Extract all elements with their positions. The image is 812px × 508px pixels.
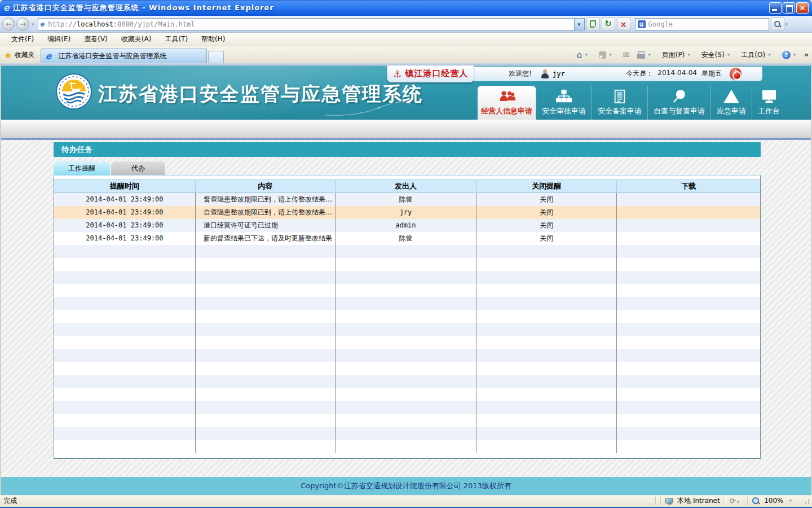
logout-power-button[interactable]: [730, 68, 742, 80]
empty-cell: [335, 427, 476, 440]
history-dropdown-icon[interactable]: ▾: [32, 21, 34, 27]
home-dropdown-icon: ▾: [585, 52, 588, 58]
menu-view[interactable]: 查看(V): [77, 33, 114, 46]
task-table: 提醒时间 内容 发出人 关闭提醒 下载 2014-04-01 23:49:00 …: [54, 179, 760, 453]
url-dropdown-button[interactable]: ▾: [575, 18, 585, 30]
url-input[interactable]: e http://localhost:8080/yjpt/Main.html: [38, 18, 575, 30]
empty-cell: [195, 388, 335, 401]
page-favicon: e: [41, 20, 45, 28]
nav-operator-info[interactable]: 经营人信息申请: [478, 86, 536, 120]
org-chart-icon: [555, 89, 572, 104]
close-link[interactable]: 关闭: [476, 232, 617, 245]
empty-cell: [617, 271, 760, 284]
col-close-remind: 关闭提醒: [476, 180, 617, 193]
overflow-chevron-icon[interactable]: »: [804, 51, 809, 59]
empty-cell: [335, 297, 476, 310]
nav-safety-filing[interactable]: 安全备案申请: [592, 86, 647, 120]
nav-label: 经营人信息申请: [481, 106, 532, 116]
empty-cell: [195, 349, 335, 362]
nav-self-inspection[interactable]: 自查与督查申请: [647, 86, 710, 120]
table-empty-row: [54, 401, 760, 414]
copyright-text: Copyright©江苏省交通规划设计院股份有限公司 2013版权所有: [301, 481, 511, 491]
menu-bar: 文件(F) 编辑(E) 查看(V) 收藏夹(A) 工具(T) 帮助(H): [0, 33, 812, 46]
zoom-dropdown-icon[interactable]: ▾: [789, 498, 792, 503]
col-download: 下载: [617, 180, 760, 193]
menu-tools[interactable]: 工具(T): [158, 33, 195, 46]
search-options-icon[interactable]: ▾: [785, 21, 788, 27]
print-button[interactable]: ▾: [634, 50, 657, 60]
empty-cell: [54, 349, 195, 362]
username: jyr: [553, 70, 565, 78]
rss-button[interactable]: ▾: [596, 50, 618, 60]
zoom-level[interactable]: 100%: [764, 497, 783, 505]
tools-dropdown-icon: ▾: [768, 52, 771, 58]
compatibility-view-button[interactable]: [586, 17, 600, 30]
empty-cell: [335, 245, 476, 258]
empty-cell: [54, 440, 195, 453]
protected-mode-icon: ⟳: [730, 497, 736, 505]
close-link[interactable]: 关闭: [476, 193, 617, 206]
empty-cell: [335, 362, 476, 375]
url-domain: localhost: [77, 20, 113, 28]
tools-menu-button[interactable]: 工具(O)▾: [738, 49, 776, 61]
empty-cell: [54, 258, 195, 271]
col-remind-time: 提醒时间: [54, 180, 195, 193]
refresh-button[interactable]: ↻: [602, 17, 615, 30]
safety-dropdown-icon: ▾: [727, 52, 730, 58]
close-link[interactable]: 关闭: [476, 206, 617, 219]
safety-menu-button[interactable]: 安全(S)▾: [699, 49, 736, 61]
nav-emergency[interactable]: 应急申请: [710, 86, 752, 120]
tab-work-reminder[interactable]: 工作提醒: [54, 161, 110, 175]
cell-content: 新的督查结果已下达，请及时更新整改结果: [195, 232, 335, 245]
refresh-icon: ↻: [604, 20, 612, 28]
nav-workbench[interactable]: 工作台: [752, 86, 785, 120]
empty-cell: [195, 258, 335, 271]
empty-cell: [335, 336, 476, 349]
nav-label: 工作台: [758, 106, 780, 116]
protected-mode-button[interactable]: ⟳▾: [730, 497, 743, 505]
empty-cell: [195, 271, 335, 284]
address-bar: ← → ▾ e http://localhost:8080/yjpt/Main.…: [0, 16, 812, 33]
new-tab-button[interactable]: [208, 51, 224, 63]
empty-cell: [617, 401, 760, 414]
empty-cell: [335, 271, 476, 284]
search-button[interactable]: [771, 17, 784, 30]
menu-favorites[interactable]: 收藏夹(A): [114, 33, 158, 46]
stop-button[interactable]: ×: [617, 17, 630, 30]
nav-safety-approval[interactable]: 安全审批申请: [536, 86, 592, 120]
menu-file[interactable]: 文件(F): [5, 33, 41, 46]
menu-edit[interactable]: 编辑(E): [41, 33, 77, 46]
empty-cell: [335, 440, 476, 453]
favorites-button[interactable]: ★ 收藏夹: [0, 50, 41, 63]
empty-cell: [617, 258, 760, 271]
star-icon: ★: [5, 51, 12, 60]
mail-button[interactable]: ✉: [620, 49, 632, 60]
minimize-button[interactable]: [769, 2, 782, 14]
site-title: 江苏省港口安全监管与应急管理系统: [98, 81, 423, 107]
close-link[interactable]: 关闭: [476, 219, 617, 232]
help-button[interactable]: ?▾: [779, 50, 802, 60]
close-button[interactable]: ×: [796, 2, 809, 14]
search-input[interactable]: g Google: [635, 18, 769, 30]
window-title: 江苏省港口安全监管与应急管理系统 - Windows Internet Expl…: [13, 3, 274, 13]
table-empty-row: [54, 271, 760, 284]
page-menu-button[interactable]: 页面(P)▾: [659, 49, 696, 61]
menu-help[interactable]: 帮助(H): [195, 33, 232, 46]
empty-cell: [476, 349, 617, 362]
resize-grip[interactable]: [803, 497, 810, 504]
empty-cell: [617, 427, 760, 440]
forward-button[interactable]: →: [16, 17, 29, 30]
back-button[interactable]: ←: [2, 17, 15, 30]
empty-cell: [54, 271, 195, 284]
page-viewport: 江苏省港口安全监管与应急管理系统 经营人信息申请 安全审批申请: [0, 66, 812, 495]
tab-todo[interactable]: 代办: [111, 161, 165, 175]
separator: [725, 497, 725, 505]
status-bar: 完成 本地 Intranet ⟳▾ 100% ▾: [0, 495, 812, 508]
home-button[interactable]: ⌂▾: [574, 49, 594, 61]
warning-icon: [723, 89, 740, 104]
page-tab[interactable]: e 江苏省港口安全监管与应急管理系统: [41, 49, 207, 63]
empty-cell: [195, 401, 335, 414]
table-row: 2014-04-01 23:49:00 港口经营许可证号已过期 admin 关闭: [54, 219, 760, 232]
table-empty-row: [54, 375, 760, 388]
restore-button[interactable]: [783, 2, 795, 14]
